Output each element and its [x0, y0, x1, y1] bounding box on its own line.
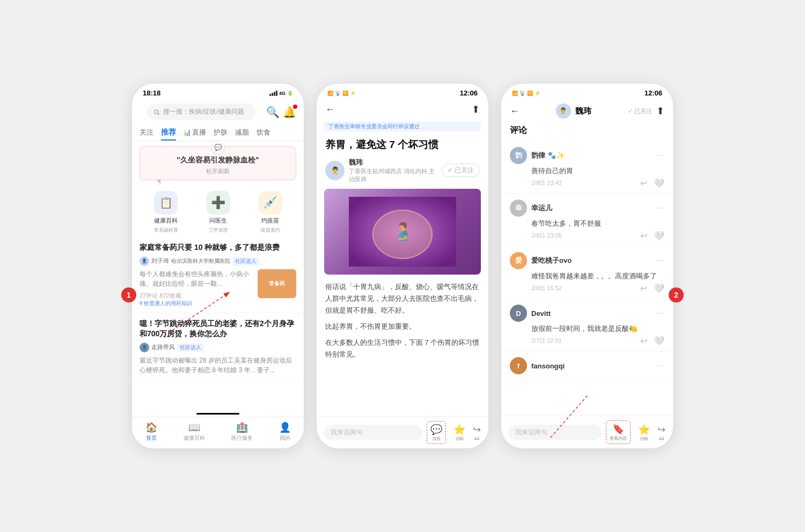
article-img-svg: 🫃: [349, 197, 456, 267]
share-button-3[interactable]: ⬆: [656, 105, 664, 117]
medical-nav-icon: 🏥: [236, 422, 248, 433]
share-button-2[interactable]: ⬆: [472, 104, 480, 115]
comment-meta-2: 2/8日 23:05 ↩ 🤍: [510, 231, 664, 241]
article-item-1[interactable]: 家庭常备药只要 10 种就够，多了都是浪费 👤 刘子琦 哈尔滨医科大学附属医院 …: [132, 237, 304, 313]
bottom-nav: 🏠 首页 📖 健康百科 🏥 医疗服务 👤 我的: [132, 417, 304, 448]
scan-icon[interactable]: 🔍: [266, 106, 280, 119]
article-main-title: 养胃，避免这 7 个坏习惯: [317, 134, 488, 158]
comment-menu-2[interactable]: ···: [656, 203, 664, 213]
comment-user-5: f fansongqi: [510, 357, 565, 374]
bottom-nav-medical[interactable]: 🏥 医疗服务: [231, 422, 253, 442]
signal-icon: [269, 91, 277, 96]
star-action-3[interactable]: ⭐ 298: [638, 424, 650, 441]
nav-tab-recommend[interactable]: 推荐: [161, 128, 176, 137]
banner-card[interactable]: 💬 "久坐容易引发静脉血栓" 松开刷新: [140, 146, 296, 180]
follow-status-3: ✓ 已关注: [628, 107, 652, 115]
share-action[interactable]: ↪ 44: [473, 424, 481, 441]
share-count: 44: [474, 436, 479, 441]
bottom-nav-profile[interactable]: 👤 我的: [279, 422, 291, 442]
home-icon: 🏠: [145, 422, 157, 433]
bottom-nav-home[interactable]: 🏠 首页: [145, 422, 157, 442]
reply-icon-4[interactable]: ↩: [640, 336, 647, 346]
banner-arrow: [156, 180, 160, 184]
comment-input-3[interactable]: 我来说两句: [509, 425, 602, 440]
phone-1: 18:18 4G 🔋 搜一搜：疾病/症状/健康问题 🔍 🔔: [132, 84, 304, 448]
doctor-sub: 三甲名医: [209, 227, 228, 234]
star-count: 298: [455, 436, 463, 441]
author-name-2: 魏玮: [349, 158, 437, 167]
phone-2: 📶📡🛜⚡ 12:06 ← ⬆ 丁香医生审稿专业委员会同行评议通过 养胃，避免这 …: [317, 84, 488, 448]
comment-menu-4[interactable]: ···: [656, 308, 664, 318]
vaccine-sub: 疫苗直约: [261, 227, 280, 234]
search-bar[interactable]: 搜一搜：疾病/症状/健康问题: [147, 104, 255, 120]
like-icon-1[interactable]: 🤍: [654, 178, 664, 188]
comment-item-3: 爱 爱吃桃子ovo ··· 难怪我爸胃越来越差，。。高度酒喝多了 2/8日 16…: [501, 247, 673, 299]
nav-tab-food[interactable]: 饮食: [257, 128, 270, 137]
reply-icon-2[interactable]: ↩: [640, 231, 647, 241]
banner-sub: 松开刷新: [149, 167, 287, 175]
comment-username-5: fansongqi: [531, 362, 565, 370]
comment-user-3: 爱 爱吃桃子ovo: [510, 252, 572, 269]
article2-text: 最近字节跳动被曝出 28 岁的员工吴某在健身房运动后心梗猝死。他和妻子相恋 8 …: [140, 356, 296, 375]
article1-text: 每个人都难免会有些头疼脑热，小病小痛。就好比痘经，眼前一颗...: [140, 269, 253, 289]
encyclopedia-nav-label: 健康百科: [184, 434, 205, 442]
comment-time-4: 2/7日 12:01: [510, 337, 562, 345]
body-para-1: 俗话说「十胃九病」，反酸、烧心、嗳气等情况在人群中尤其常见，大部分人去医院也查不…: [325, 281, 480, 316]
doctor-badge: 丁香医生审稿专业委员会同行评议通过: [324, 122, 481, 131]
nav-tab-diet[interactable]: 减脂: [235, 128, 249, 137]
comment-user-row-1: 韵 韵律 🐾✨ ···: [510, 147, 664, 164]
star-count-3: 298: [640, 436, 648, 441]
comment-actions-2: ↩ 🤍: [640, 231, 664, 241]
comment-menu-1[interactable]: ···: [656, 151, 664, 160]
quick-action-vaccine[interactable]: 💉 约疫苗 疫苗直约: [259, 191, 282, 234]
comment-menu-5[interactable]: ···: [656, 361, 664, 371]
comment-input-2[interactable]: 我来说两句: [324, 425, 422, 440]
search-icon: [153, 109, 160, 115]
comment-avatar-3: 爱: [510, 252, 527, 269]
notification-icon[interactable]: 🔔: [283, 106, 296, 119]
nav-tab-skincare[interactable]: 护肤: [214, 128, 228, 137]
reply-icon-1[interactable]: ↩: [640, 178, 647, 188]
quick-action-doctor[interactable]: ➕ 问医生 三甲名医: [207, 191, 230, 234]
nav-tabs: 关注 推荐 📊 直播 护肤 减脂 饮食: [132, 125, 304, 141]
article-item-2[interactable]: 噫！字节跳动猝死员工的老婆，还有2个月身孕和700万房贷，换你怎么办 👤 走路带…: [132, 313, 304, 381]
like-icon-2[interactable]: 🤍: [654, 231, 664, 241]
article1-content: 每个人都难免会有些头疼脑热，小病小痛。就好比痘经，眼前一颗... 27评论 87…: [140, 269, 253, 307]
star-action[interactable]: ⭐ 298: [453, 424, 465, 441]
comment-item-5: f fansongqi ···: [501, 352, 673, 379]
comment-menu-3[interactable]: ···: [656, 256, 664, 265]
like-icon-3[interactable]: 🤍: [654, 283, 664, 293]
nav-tab-follow[interactable]: 关注: [140, 128, 153, 137]
battery-icon: 🔋: [287, 91, 293, 96]
status-time-1: 18:18: [143, 89, 160, 97]
author-info-2: 魏玮 丁香医生杭州城西店 消化内科 主治医师: [349, 158, 437, 183]
svg-line-1: [158, 113, 159, 115]
back-button-3[interactable]: ←: [510, 106, 519, 117]
article2-meta: 👤 走路带风 社区达人: [140, 343, 296, 352]
comment-action[interactable]: 💬 205: [427, 421, 446, 444]
like-icon-4[interactable]: 🤍: [654, 336, 664, 346]
comment-actions-1: ↩ 🤍: [640, 178, 664, 188]
follow-button-2[interactable]: ✓ 已关注: [442, 164, 480, 177]
quick-actions: 📋 健康百科 常见病科普 ➕ 问医生 三甲名医 💉 约疫苗 疫苗直约: [132, 186, 304, 237]
comment-username-2: 幸运儿: [531, 203, 552, 213]
banner-chat-icon: 💬: [212, 142, 224, 153]
reply-icon-3[interactable]: ↩: [640, 283, 647, 293]
nav-tab-live[interactable]: 📊 直播: [184, 128, 206, 137]
article1-stats: 27评论 872收藏: [140, 292, 253, 300]
live-bar-icon: 📊: [184, 129, 191, 136]
bottom-indicator: [196, 413, 239, 415]
article-header-3: ← 👨‍⚕️ 魏玮 ✓ 已关注 ⬆: [501, 99, 673, 123]
bookmark-action[interactable]: 🔖 查看内容: [606, 420, 631, 444]
bottom-nav-encyclopedia[interactable]: 📖 健康百科: [184, 422, 205, 442]
comment-time-1: 2/8日 23:42: [510, 179, 562, 187]
comment-text-4: 放假前一段时间，我就老是反酸🍋: [510, 324, 664, 334]
encyclopedia-sub: 常见病科普: [154, 227, 178, 234]
back-button-2[interactable]: ←: [325, 104, 335, 115]
footer-actions-3: 🔖 查看内容 ⭐ 298 ↪ 44: [606, 420, 665, 444]
comment-user-row-4: D Devitt ···: [510, 305, 664, 322]
comment-item-2: 幸 幸运儿 ··· 春节吃太多，胃不舒服 2/8日 23:05 ↩ 🤍: [501, 194, 673, 247]
quick-action-encyclopedia[interactable]: 📋 健康百科 常见病科普: [154, 191, 178, 234]
article1-tag: 社区达人: [232, 257, 259, 265]
share-action-3[interactable]: ↪ 44: [657, 424, 665, 441]
